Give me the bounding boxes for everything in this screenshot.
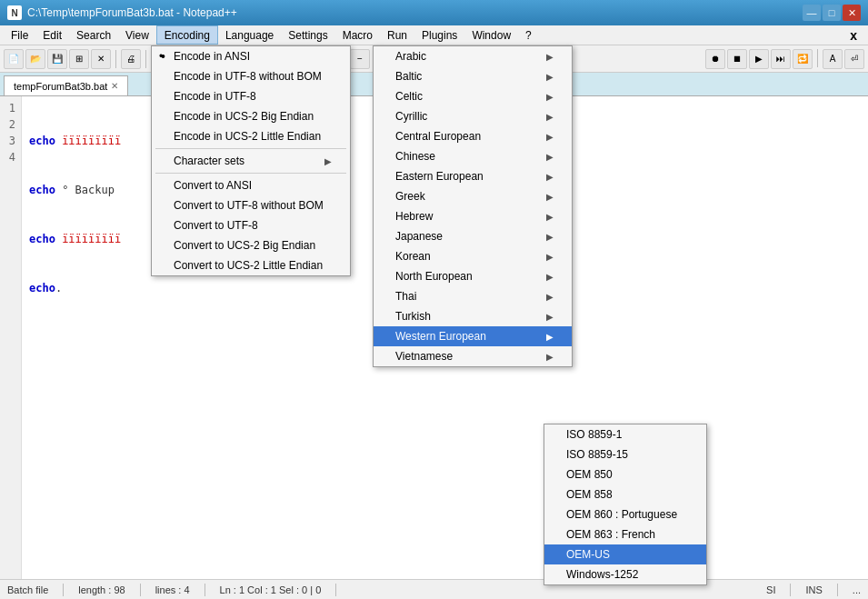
hebrew-arrow: ▶	[546, 212, 554, 222]
file-type: Batch file	[7, 584, 48, 595]
korean-item[interactable]: Korean ▶	[374, 246, 572, 266]
status-sep6	[837, 584, 838, 596]
status-bar: Batch file length : 98 lines : 4 Ln : 1 …	[0, 579, 868, 599]
save-all-button[interactable]: ⊞	[69, 49, 89, 69]
syntax-button[interactable]: A	[823, 49, 843, 69]
encode-ucs2-little-item[interactable]: Encode in UCS-2 Little Endian	[152, 126, 350, 146]
sep2	[145, 50, 146, 68]
encoding-sep1	[155, 148, 346, 149]
file-tab[interactable]: tempForumBat3b.bat ✕	[4, 75, 128, 95]
convert-ucs2-big-item[interactable]: Convert to UCS-2 Big Endian	[152, 235, 350, 255]
oemus-item[interactable]: OEM-US	[544, 544, 706, 564]
wordwrap-button[interactable]: ⏎	[844, 49, 864, 69]
title-bar: N C:\Temp\tempForumBat3b.bat - Notepad++…	[0, 0, 868, 25]
status-sep2	[140, 584, 141, 596]
vietnamese-arrow: ▶	[546, 352, 554, 362]
window-title: C:\Temp\tempForumBat3b.bat - Notepad++	[27, 6, 237, 19]
encode-ansi-item[interactable]: • Encode in ANSI	[152, 46, 350, 66]
menu-search[interactable]: Search	[69, 25, 118, 45]
western-european-item[interactable]: Western European ▶	[374, 326, 572, 346]
macro-stop-button[interactable]: ⏹	[727, 49, 747, 69]
character-sets-item[interactable]: Character sets ▶	[152, 151, 350, 171]
greek-item[interactable]: Greek ▶	[374, 186, 572, 206]
open-button[interactable]: 📂	[25, 49, 45, 69]
oem860-item[interactable]: OEM 860 : Portuguese	[544, 504, 706, 524]
convert-ucs2-little-item[interactable]: Convert to UCS-2 Little Endian	[152, 255, 350, 275]
menu-file[interactable]: File	[4, 25, 35, 45]
menu-macro[interactable]: Macro	[335, 25, 380, 45]
menu-settings[interactable]: Settings	[281, 25, 334, 45]
tab-label: tempForumBat3b.bat	[14, 81, 107, 92]
line-number: 1	[5, 100, 15, 116]
position-info: Ln : 1 Col : 1 Sel : 0 | 0	[220, 584, 322, 595]
turkish-item[interactable]: Turkish ▶	[374, 306, 572, 326]
convert-utf8-item[interactable]: Convert to UTF-8	[152, 215, 350, 235]
menu-plugins[interactable]: Plugins	[414, 25, 464, 45]
tab-close-button[interactable]: ✕	[111, 81, 118, 91]
iso8859-1-item[interactable]: ISO 8859-1	[544, 424, 706, 444]
japanese-item[interactable]: Japanese ▶	[374, 226, 572, 246]
hebrew-item[interactable]: Hebrew ▶	[374, 206, 572, 226]
japanese-arrow: ▶	[546, 232, 554, 242]
eastern-european-arrow: ▶	[546, 172, 554, 182]
save-button[interactable]: 💾	[47, 49, 67, 69]
line-number: 3	[5, 133, 15, 149]
zoom-out-button[interactable]: −	[350, 49, 370, 69]
cyrillic-item[interactable]: Cyrillic ▶	[374, 106, 572, 126]
encode-utf8-item[interactable]: Encode in UTF-8	[152, 86, 350, 106]
celtic-item[interactable]: Celtic ▶	[374, 86, 572, 106]
windows1252-item[interactable]: Windows-1252	[544, 564, 706, 584]
maximize-button[interactable]: □	[823, 5, 841, 21]
menu-help[interactable]: ?	[518, 25, 539, 45]
menu-encoding[interactable]: Encoding	[156, 25, 218, 45]
eastern-european-item[interactable]: Eastern European ▶	[374, 166, 572, 186]
convert-utf8-nobom-item[interactable]: Convert to UTF-8 without BOM	[152, 195, 350, 215]
convert-ansi-item[interactable]: Convert to ANSI	[152, 175, 350, 195]
korean-arrow: ▶	[546, 252, 554, 262]
menu-close-x[interactable]: x	[843, 25, 864, 45]
macro-loop-button[interactable]: 🔁	[793, 49, 813, 69]
macro-play-button[interactable]: ▶	[749, 49, 769, 69]
insert-mode: INS	[805, 584, 822, 595]
menu-language[interactable]: Language	[218, 25, 281, 45]
minimize-button[interactable]: —	[803, 5, 821, 21]
north-european-arrow: ▶	[546, 272, 554, 282]
menu-bar: File Edit Search View Encoding Language …	[0, 25, 868, 45]
length-info: length : 98	[78, 584, 125, 595]
right-toolbar: ⏺ ⏹ ▶ ⏭ 🔁 A ⏎	[705, 49, 864, 69]
iso8859-15-item[interactable]: ISO 8859-15	[544, 444, 706, 464]
menu-run[interactable]: Run	[380, 25, 414, 45]
arabic-item[interactable]: Arabic ▶	[374, 46, 572, 66]
status-sep5	[790, 584, 791, 596]
north-european-item[interactable]: North European ▶	[374, 266, 572, 286]
greek-arrow: ▶	[546, 192, 554, 202]
lines-info: lines : 4	[155, 584, 190, 595]
encode-ucs2-big-item[interactable]: Encode in UCS-2 Big Endian	[152, 106, 350, 126]
close-button[interactable]: ✕	[843, 5, 861, 21]
vietnamese-item[interactable]: Vietnamese ▶	[374, 346, 572, 366]
macro-record-button[interactable]: ⏺	[705, 49, 725, 69]
chinese-item[interactable]: Chinese ▶	[374, 146, 572, 166]
oem863-item[interactable]: OEM 863 : French	[544, 524, 706, 544]
macro-skip-button[interactable]: ⏭	[771, 49, 791, 69]
oem850-item[interactable]: OEM 850	[544, 464, 706, 484]
line-number: 2	[5, 116, 15, 133]
close-button-tb[interactable]: ✕	[91, 49, 111, 69]
oem858-item[interactable]: OEM 858	[544, 484, 706, 504]
encode-utf8-nobom-item[interactable]: Encode in UTF-8 without BOM	[152, 66, 350, 86]
central-european-item[interactable]: Central European ▶	[374, 126, 572, 146]
sep7	[817, 49, 818, 67]
menu-edit[interactable]: Edit	[35, 25, 69, 45]
thai-item[interactable]: Thai ▶	[374, 286, 572, 306]
arabic-arrow: ▶	[546, 52, 554, 62]
baltic-item[interactable]: Baltic ▶	[374, 66, 572, 86]
central-european-arrow: ▶	[546, 132, 554, 142]
encode-ansi-bullet: •	[159, 50, 163, 63]
menu-view[interactable]: View	[118, 25, 156, 45]
status-dots: ...	[853, 584, 861, 595]
new-button[interactable]: 📄	[4, 49, 24, 69]
western-european-arrow: ▶	[546, 332, 554, 342]
encoding-sep2	[155, 173, 346, 174]
menu-window[interactable]: Window	[464, 25, 518, 45]
print-button[interactable]: 🖨	[121, 49, 141, 69]
